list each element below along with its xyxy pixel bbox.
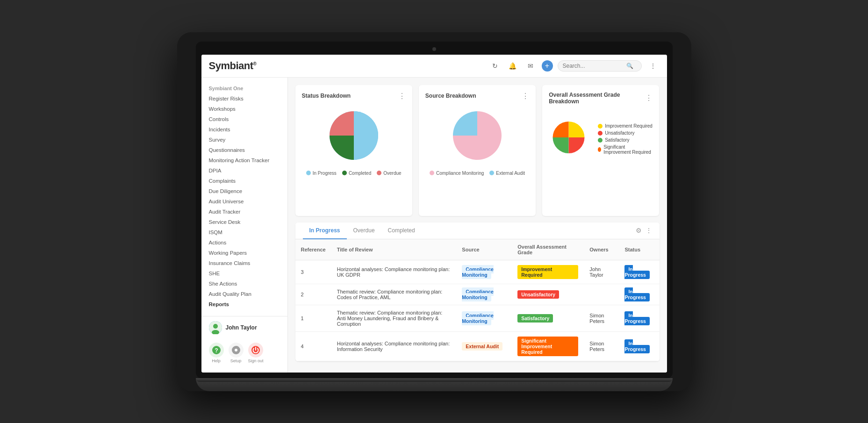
assessment-pie-chart xyxy=(549,109,588,165)
source-breakdown-card: Source Breakdown ⋮ xyxy=(419,85,536,216)
legend-label-completed: Completed xyxy=(349,171,371,176)
laptop-base-ridge xyxy=(196,378,673,382)
col-status: Status xyxy=(619,239,659,260)
assessment-chart-title: Overall Assessment Grade Breakdown xyxy=(549,92,645,105)
assessment-card-header: Overall Assessment Grade Breakdown ⋮ xyxy=(549,92,653,105)
legend-dot-sat xyxy=(598,138,603,143)
status-legend: In Progress Completed Over xyxy=(306,171,402,176)
legend-label-ea: External Audit xyxy=(496,171,525,176)
help-action[interactable]: ? Help xyxy=(209,343,224,363)
cell-owner: John Taylor xyxy=(584,260,619,284)
status-chart-title: Status Breakdown xyxy=(302,93,351,99)
sidebar-item-audit-tracker[interactable]: Audit Tracker xyxy=(201,207,287,217)
add-button[interactable]: + xyxy=(542,60,553,72)
bell-icon[interactable]: 🔔 xyxy=(506,59,519,72)
assessment-chart-menu[interactable]: ⋮ xyxy=(645,93,653,102)
sidebar-item-audit-universe[interactable]: Audit Universe xyxy=(201,196,287,207)
sidebar-item-dpia[interactable]: DPIA xyxy=(201,165,287,176)
sidebar-item-controls[interactable]: Controls xyxy=(201,114,287,124)
sidebar-item-complaints[interactable]: Complaints xyxy=(201,176,287,186)
sidebar-action-buttons: ? Help xyxy=(201,339,287,367)
table-more-icon[interactable]: ⋮ xyxy=(646,227,652,234)
table-row[interactable]: 1 Thematic review: Compliance monitoring… xyxy=(295,305,660,331)
top-bar: Symbiant® ↻ 🔔 ✉ + 🔍 ⋮ xyxy=(201,55,667,78)
sidebar-item-reports[interactable]: Reports xyxy=(201,299,287,309)
table-tabs: In Progress Overdue Completed ⚙ ⋮ xyxy=(295,222,660,239)
laptop-frame: Symbiant® ↻ 🔔 ✉ + 🔍 ⋮ xyxy=(177,32,691,391)
sidebar-item-audit-quality-plan[interactable]: Audit Quality Plan xyxy=(201,289,287,299)
signout-label: Sign out xyxy=(248,358,264,363)
legend-dot-inprogress xyxy=(306,171,311,175)
help-icon[interactable]: ? xyxy=(209,343,224,358)
sidebar-item-she-actions[interactable]: She Actions xyxy=(201,279,287,289)
source-chart-container: Compliance Monitoring External Audit xyxy=(425,105,529,176)
content-area: Status Breakdown ⋮ xyxy=(288,78,667,373)
refresh-icon[interactable]: ↻ xyxy=(488,59,502,72)
status-breakdown-card: Status Breakdown ⋮ xyxy=(295,85,412,216)
sidebar-item-she[interactable]: SHE xyxy=(201,268,287,279)
search-bar[interactable]: 🔍 xyxy=(558,60,642,72)
cell-status: In Progress xyxy=(619,305,659,331)
cell-title: Thematic review: Compliance monitoring p… xyxy=(331,284,457,305)
svg-point-6 xyxy=(235,349,237,351)
signout-action[interactable]: Sign out xyxy=(248,343,264,363)
legend-significant-improvement: Significant Improvement Required xyxy=(598,144,653,155)
tab-overdue[interactable]: Overdue xyxy=(347,222,381,239)
user-name: John Taylor xyxy=(226,324,257,331)
app-container: Symbiant® ↻ 🔔 ✉ + 🔍 ⋮ xyxy=(201,55,667,373)
sidebar-item-register-risks[interactable]: Register Risks xyxy=(201,93,287,104)
filter-icon[interactable]: ⚙ xyxy=(636,227,642,234)
sidebar-item-service-desk[interactable]: Service Desk xyxy=(201,217,287,227)
cell-grade: Unsatisfactory xyxy=(512,284,584,305)
sidebar-item-due-diligence[interactable]: Due Diligence xyxy=(201,186,287,196)
table-row[interactable]: 2 Thematic review: Compliance monitoring… xyxy=(295,284,660,305)
mail-icon[interactable]: ✉ xyxy=(524,59,537,72)
sidebar-item-incidents[interactable]: Incidents xyxy=(201,124,287,135)
sidebar-item-insurance-claims[interactable]: Insurance Claims xyxy=(201,258,287,268)
sidebar-item-actions[interactable]: Actions xyxy=(201,237,287,248)
power-icon[interactable] xyxy=(248,343,263,358)
col-grade: Overall Assessment Grade xyxy=(512,239,584,260)
setup-action[interactable]: Setup xyxy=(229,343,244,363)
sidebar-item-monitoring[interactable]: Monitoring Action Tracker xyxy=(201,155,287,165)
settings-icon[interactable] xyxy=(229,343,244,358)
tab-in-progress[interactable]: In Progress xyxy=(303,222,347,239)
sidebar-item-isqm[interactable]: ISQM xyxy=(201,227,287,237)
table-row[interactable]: 4 Horizontal analyses: Compliance monito… xyxy=(295,331,660,361)
legend-dot-cm xyxy=(430,171,434,175)
legend-label-overdue: Overdue xyxy=(383,171,401,176)
legend-improvement-required: Improvement Required xyxy=(598,123,653,129)
assessment-chart-inner: Improvement Required Unsatisfactory xyxy=(549,109,653,165)
table-row[interactable]: 3 Horizontal analyses: Compliance monito… xyxy=(295,260,660,284)
sidebar-item-questionnaires[interactable]: Questionnaires xyxy=(201,145,287,155)
sidebar-item-working-papers[interactable]: Working Papers xyxy=(201,248,287,258)
logo-registered: ® xyxy=(253,61,257,66)
assessment-legend: Improvement Required Unsatisfactory xyxy=(598,123,653,155)
table-card: In Progress Overdue Completed ⚙ ⋮ xyxy=(295,222,660,361)
status-chart-menu[interactable]: ⋮ xyxy=(398,92,406,100)
col-owners: Owners xyxy=(584,239,619,260)
cell-ref: 1 xyxy=(295,305,331,331)
search-input[interactable] xyxy=(563,63,624,69)
logo: Symbiant® xyxy=(209,60,257,72)
legend-overdue: Overdue xyxy=(377,171,401,176)
table-controls: ⚙ ⋮ xyxy=(636,227,652,234)
cell-title: Horizontal analyses: Compliance monitori… xyxy=(331,260,457,284)
cell-ref: 4 xyxy=(295,331,331,361)
cell-grade: Satisfactory xyxy=(512,305,584,331)
tab-completed[interactable]: Completed xyxy=(381,222,422,239)
camera xyxy=(432,47,436,51)
legend-dot-ir xyxy=(598,124,603,129)
source-legend: Compliance Monitoring External Audit xyxy=(430,171,525,176)
laptop-screen: Symbiant® ↻ 🔔 ✉ + 🔍 ⋮ xyxy=(201,55,667,373)
source-chart-menu[interactable]: ⋮ xyxy=(522,92,529,100)
sidebar-item-workshops[interactable]: Workshops xyxy=(201,104,287,114)
more-options-icon[interactable]: ⋮ xyxy=(646,59,660,72)
main-content: Symbiant One Register Risks Workshops Co… xyxy=(201,78,667,373)
legend-unsatisfactory: Unsatisfactory xyxy=(598,130,653,136)
sidebar-item-survey[interactable]: Survey xyxy=(201,135,287,145)
cell-grade: Improvement Required xyxy=(512,260,584,284)
legend-dot-ea xyxy=(489,171,494,175)
col-title: Title of Review xyxy=(331,239,457,260)
help-label: Help xyxy=(212,358,221,363)
